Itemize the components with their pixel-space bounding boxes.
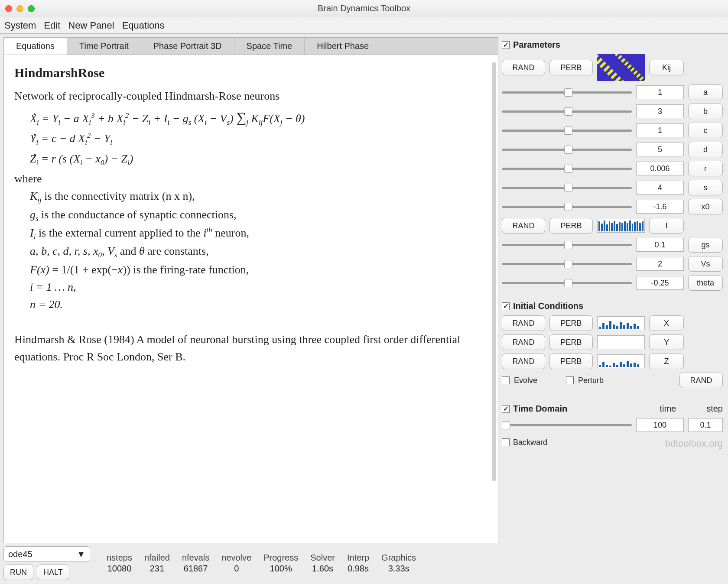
time-checkbox[interactable] — [502, 405, 510, 413]
footer-link[interactable]: bdtoolbox.org — [665, 438, 723, 449]
label-I[interactable]: I — [649, 218, 684, 234]
step-value[interactable]: 0.1 — [688, 418, 723, 432]
ic-checkbox[interactable] — [502, 302, 510, 310]
slider-s[interactable] — [502, 183, 632, 192]
where-label: where — [14, 170, 488, 188]
ic-rand-button[interactable]: RAND — [679, 373, 723, 388]
label-ic-x[interactable]: X — [649, 315, 684, 331]
window-title: Brain Dynamics Toolbox — [0, 3, 728, 13]
val-nfevals: 61867 — [182, 564, 209, 574]
reference: Hindmarsh & Rose (1984) A model of neuro… — [14, 331, 488, 366]
ic-y-thumb[interactable] — [597, 335, 645, 349]
solver-stats: nsteps nfailed nfevals nevolve Progress … — [107, 553, 416, 574]
run-button[interactable]: RUN — [3, 565, 33, 580]
ic-y-perb[interactable]: PERB — [549, 334, 593, 350]
titlebar: Brain Dynamics Toolbox — [0, 0, 728, 17]
ic-x-thumb[interactable] — [597, 316, 645, 330]
label-ic-z[interactable]: Z — [649, 354, 684, 369]
val-nfailed: 231 — [144, 564, 170, 574]
ic-z-perb[interactable]: PERB — [549, 354, 593, 369]
value-gs[interactable]: 0.1 — [636, 238, 684, 252]
parameters-title: Parameters — [513, 40, 560, 50]
slider-c[interactable] — [502, 126, 632, 135]
label-theta[interactable]: theta — [688, 275, 723, 291]
slider-x0[interactable] — [502, 202, 632, 211]
time-title: Time Domain — [513, 404, 567, 414]
chevron-down-icon: ▼ — [77, 549, 85, 559]
label-x0[interactable]: x0 — [688, 199, 723, 214]
solver-selected: ode45 — [8, 549, 32, 559]
slider-theta[interactable] — [502, 279, 632, 287]
tab-equations[interactable]: Equations — [4, 38, 67, 55]
slider-r[interactable] — [502, 164, 632, 173]
tab-spacer — [381, 38, 498, 55]
desc-gs: gs is the conductance of synaptic connec… — [30, 206, 488, 224]
menubar: System Edit New Panel Equations — [0, 17, 728, 34]
evolve-checkbox[interactable] — [502, 376, 510, 384]
model-title: HindmarshRose — [14, 63, 488, 83]
perturb-checkbox[interactable] — [566, 376, 574, 384]
label-r[interactable]: r — [688, 161, 723, 176]
equation-z: Zi = r (s (Xi − x0) − Zi) — [30, 150, 488, 169]
tab-hilbert-phase[interactable]: Hilbert Phase — [305, 38, 381, 55]
value-theta[interactable]: -0.25 — [636, 276, 684, 290]
parameters-header: Parameters — [502, 40, 723, 50]
menu-edit[interactable]: Edit — [44, 20, 60, 31]
label-Vs[interactable]: Vs — [688, 256, 723, 272]
value-r[interactable]: 0.006 — [636, 162, 684, 175]
label-d[interactable]: d — [688, 142, 723, 157]
param-kij-perb[interactable]: PERB — [549, 60, 593, 75]
menu-new-panel[interactable]: New Panel — [68, 20, 114, 31]
value-b[interactable]: 3 — [636, 104, 684, 118]
label-c[interactable]: c — [688, 123, 723, 138]
backward-checkbox[interactable] — [502, 438, 510, 446]
kij-matrix-thumb[interactable] — [597, 54, 645, 81]
halt-button[interactable]: HALT — [37, 565, 69, 580]
label-kij[interactable]: Kij — [649, 60, 684, 75]
param-I-rand[interactable]: RAND — [502, 218, 545, 234]
label-s[interactable]: s — [688, 180, 723, 195]
scrollbar[interactable] — [492, 62, 496, 481]
time-value[interactable]: 100 — [636, 418, 684, 432]
value-a[interactable]: 1 — [636, 85, 684, 99]
val-nevolve: 0 — [221, 564, 251, 574]
time-col-time: time — [660, 404, 676, 414]
ic-title: Initial Conditions — [513, 301, 583, 311]
param-kij-rand[interactable]: RAND — [502, 60, 545, 75]
time-slider[interactable] — [502, 421, 632, 429]
label-b[interactable]: b — [688, 104, 723, 119]
tab-space-time[interactable]: Space Time — [234, 38, 305, 55]
slider-a[interactable] — [502, 88, 632, 97]
tab-phase-portrait-3d[interactable]: Phase Portrait 3D — [141, 38, 234, 55]
tab-time-portrait[interactable]: Time Portrait — [67, 38, 141, 55]
ic-y-rand[interactable]: RAND — [502, 334, 545, 350]
ic-x-rand[interactable]: RAND — [502, 315, 545, 331]
ic-z-thumb[interactable] — [597, 354, 645, 368]
hdr-nevolve: nevolve — [221, 553, 251, 563]
param-I-perb[interactable]: PERB — [549, 218, 593, 234]
slider-Vs[interactable] — [502, 260, 632, 268]
value-Vs[interactable]: 2 — [636, 257, 684, 271]
slider-d[interactable] — [502, 145, 632, 154]
equations-content: HindmarshRose Network of reciprocally-co… — [3, 55, 498, 543]
slider-b[interactable] — [502, 107, 632, 116]
hdr-solver: Solver — [310, 553, 335, 563]
evolve-label: Evolve — [514, 376, 562, 385]
I-bars-thumb[interactable] — [597, 219, 645, 233]
value-d[interactable]: 5 — [636, 143, 684, 156]
ic-x-perb[interactable]: PERB — [549, 315, 593, 331]
menu-system[interactable]: System — [4, 20, 36, 31]
solver-select[interactable]: ode45 ▼ — [3, 546, 90, 562]
parameters-checkbox[interactable] — [502, 41, 510, 49]
value-c[interactable]: 1 — [636, 123, 684, 137]
slider-gs[interactable] — [502, 240, 632, 249]
val-interp: 0.98s — [347, 564, 369, 574]
value-x0[interactable]: -1.6 — [636, 200, 684, 214]
equation-x: Xi = Yi − a Xi3 + b Xi2 − Zi + Ii − gs (… — [30, 107, 488, 128]
value-s[interactable]: 4 — [636, 181, 684, 195]
menu-equations[interactable]: Equations — [122, 20, 165, 31]
label-gs[interactable]: gs — [688, 237, 723, 253]
label-a[interactable]: a — [688, 84, 723, 100]
ic-z-rand[interactable]: RAND — [502, 354, 545, 369]
label-ic-y[interactable]: Y — [649, 334, 684, 350]
